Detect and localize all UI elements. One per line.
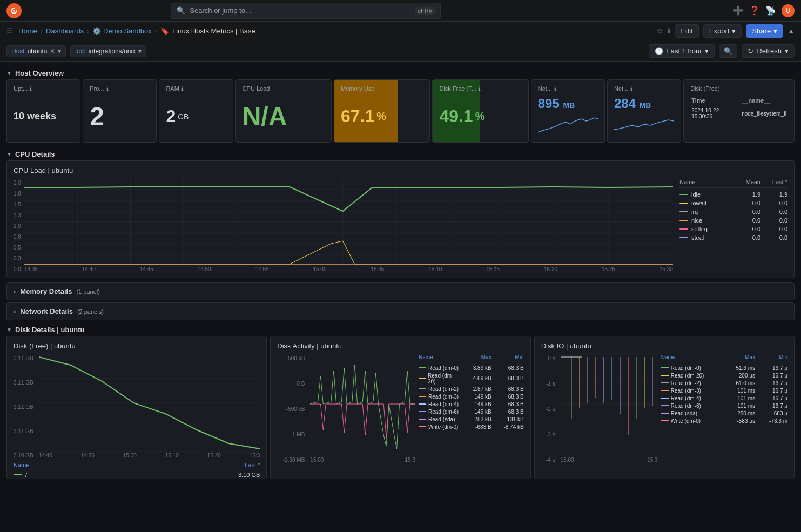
cpu-chart-title: CPU Load | ubuntu xyxy=(14,166,787,174)
dio-row-6[interactable]: Read (dm-6) 101 ms 16.7 μ xyxy=(661,402,787,409)
network-details-row[interactable]: › Network Details (2 panels) xyxy=(6,302,795,320)
dashboard-content: ▼ Host Overview Upt... ℹ 10 weeks Pro...… xyxy=(0,62,801,488)
legend-row-irq[interactable]: irq 0.0 0.0 xyxy=(679,207,787,216)
disk-free-legend: Name Last * / 3.10 GB xyxy=(14,462,260,479)
disk-io-title: Disk IO | ubuntu xyxy=(541,342,787,350)
add-icon[interactable]: ➕ xyxy=(733,5,744,16)
dio-row-1[interactable]: Read (dm-0) 51.6 ms 16.7 μ xyxy=(661,364,787,372)
disk-activity-y-axis: 500 kB 0 B -500 kB -1 MB -1.50 MB xyxy=(277,354,307,463)
network-sub-label: (2 panels) xyxy=(77,308,104,315)
legend-row-nice[interactable]: nice 0.0 0.0 xyxy=(679,216,787,225)
processes-info-icon[interactable]: ℹ xyxy=(106,86,109,92)
news-icon[interactable]: 📡 xyxy=(765,5,776,16)
disk-free-bottom-panel: Disk (Free) | ubuntu 3.11 GB 3.11 GB 3.1… xyxy=(6,336,267,479)
dio-row-8[interactable]: Write (dm-0) -583 μs -73.3 m xyxy=(661,417,787,425)
hamburger-icon[interactable]: ☰ xyxy=(6,27,13,35)
job-filter-chevron[interactable]: ▾ xyxy=(138,48,142,55)
da-row-5[interactable]: Read (dm-4) 149 kB 68.3 B xyxy=(419,400,524,408)
da-row-4[interactable]: Read (dm-3) 149 kB 68.3 B xyxy=(419,393,524,400)
cpu-y-axis: 2.0 1.8 1.5 1.3 1.0 0.8 0.5 0.3 0.0 xyxy=(14,179,24,272)
net-out-info-icon[interactable]: ℹ xyxy=(630,86,632,92)
ram-info-icon[interactable]: ℹ xyxy=(181,86,184,92)
legend-row-idle[interactable]: idle 1.9 1.9 xyxy=(679,190,787,199)
cpu-legend-header: Name Mean Last * xyxy=(679,179,787,188)
search-bar[interactable]: 🔍 Search or jump to... ctrl+k xyxy=(171,3,441,19)
refresh-icon: ↻ xyxy=(748,47,753,55)
refresh-chevron: ▾ xyxy=(785,47,789,55)
da-row-6[interactable]: Read (dm-6) 149 kB 68.3 B xyxy=(419,408,524,415)
refresh-button[interactable]: ↻ Refresh ▾ xyxy=(742,44,795,58)
net-in-info-icon[interactable]: ℹ xyxy=(554,86,556,92)
dio-row-7[interactable]: Read (sda) 250 ms 683 μ xyxy=(661,409,787,417)
breadcrumb-sandbox[interactable]: ⚙️ Demo Sandbox xyxy=(92,27,151,35)
memory-sub-label: (1 panel) xyxy=(76,288,99,295)
time-chevron: ▾ xyxy=(705,47,709,55)
share-button[interactable]: Share ▾ xyxy=(746,24,783,38)
time-controls: 🕐 Last 1 hour ▾ 🔍 ↻ Refresh ▾ xyxy=(649,44,795,58)
legend-row-iowait[interactable]: iowait 0.0 0.0 xyxy=(679,199,787,207)
dio-row-4[interactable]: Read (dm-3) 101 ms 16.7 μ xyxy=(661,387,787,394)
collapse-icon[interactable]: ▲ xyxy=(787,27,795,35)
breadcrumb-dashboards[interactable]: Dashboards xyxy=(46,27,84,35)
disk-free-title: Disk Free (T... ℹ xyxy=(439,85,521,92)
export-button[interactable]: Export ▾ xyxy=(703,24,742,38)
cpu-chart-panel: CPU Load | ubuntu 2.0 1.8 1.5 1.3 1.0 0.… xyxy=(6,160,795,278)
uptime-value: 10 weeks xyxy=(14,96,73,137)
memory-use-panel: Memory Use 67.1% xyxy=(334,79,430,143)
refresh-label: Refresh xyxy=(757,47,782,55)
legend-mean-col: Mean xyxy=(733,179,760,185)
disk-free-legend-row[interactable]: / 3.10 GB xyxy=(14,470,260,479)
info-icon[interactable]: ℹ xyxy=(668,27,670,35)
help-icon[interactable]: ❓ xyxy=(749,5,760,16)
host-filter[interactable]: Host ubuntu ✕ ▾ xyxy=(6,45,66,57)
host-filter-close[interactable]: ✕ xyxy=(50,48,55,55)
disk-activity-x-axis: 15:00 15:3 xyxy=(310,456,415,463)
filter-bar: Host ubuntu ✕ ▾ Job integrations/unix ▾ … xyxy=(0,41,801,62)
host-filter-chevron[interactable]: ▾ xyxy=(58,48,61,55)
breadcrumb-actions: ☆ ℹ Edit Export ▾ Share ▾ ▲ xyxy=(657,24,795,38)
job-filter[interactable]: Job integrations/unix ▾ xyxy=(70,45,146,57)
star-icon[interactable]: ☆ xyxy=(657,27,663,35)
time-range-button[interactable]: 🕐 Last 1 hour ▾ xyxy=(649,44,715,58)
da-row-7[interactable]: Read (sda) 283 kB 131 kB xyxy=(419,415,524,423)
breadcrumb-sep2: › xyxy=(87,27,89,35)
nice-color xyxy=(679,220,688,221)
cpu-details-chevron: ▼ xyxy=(6,151,12,157)
cpu-load-title: CPU Load xyxy=(243,85,325,92)
breadcrumb-sep1: › xyxy=(41,27,43,35)
disk-free-info-icon[interactable]: ℹ xyxy=(479,86,481,92)
zoom-button[interactable]: 🔍 xyxy=(719,44,737,58)
processes-value: 2 xyxy=(90,96,150,137)
breadcrumb-home[interactable]: Home xyxy=(18,27,37,35)
legend-row-steal[interactable]: steal 0.0 0.0 xyxy=(679,233,787,242)
uptime-info-icon[interactable]: ℹ xyxy=(30,86,32,92)
host-overview-section-header[interactable]: ▼ Host Overview xyxy=(6,66,795,79)
profile-icon[interactable]: U xyxy=(782,4,795,17)
da-row-3[interactable]: Read (dm-2) 2.87 kB 68.3 B xyxy=(419,385,524,393)
cpu-details-section-header[interactable]: ▼ CPU Details xyxy=(6,147,795,160)
disk-table-row1-time: 2024-10-22 15:30:36 xyxy=(691,107,741,120)
disk-details-chevron: ▼ xyxy=(6,327,12,333)
disk-details-section-header[interactable]: ▼ Disk Details | ubuntu xyxy=(6,322,795,336)
cpu-load-value: N/A xyxy=(243,96,325,137)
memory-details-row[interactable]: › Memory Details (1 panel) xyxy=(6,282,795,300)
dio-row-5[interactable]: Read (dm-4) 101 ms 16.7 μ xyxy=(661,394,787,402)
da-row-8[interactable]: Write (dm-0) -683 B -8.74 kB xyxy=(419,423,524,430)
host-overview-chevron: ▼ xyxy=(6,70,12,76)
disk-free-bottom-title: Disk (Free) | ubuntu xyxy=(14,342,260,350)
host-filter-label: Host xyxy=(11,48,25,55)
da-row-1[interactable]: Read (dm-0) 3.89 kB 68.3 B xyxy=(419,364,524,372)
legend-row-softirq[interactable]: softirq 0.0 0.0 xyxy=(679,225,787,233)
disk-free-y-axis: 3.11 GB 3.11 GB 3.11 GB 3.11 GB 3.10 GB xyxy=(14,354,36,459)
da-row-2[interactable]: Read (dm-20) 4.69 kB 68.3 B xyxy=(419,372,524,385)
disk-activity-svg xyxy=(310,354,415,454)
dio-row-2[interactable]: Read (dm-20) 200 μs 16.7 μ xyxy=(661,372,787,379)
disk-details-title: Disk Details | ubuntu xyxy=(15,326,85,334)
edit-button[interactable]: Edit xyxy=(675,24,698,38)
grafana-logo[interactable] xyxy=(6,3,22,18)
net-in-panel: Net... ℹ 895 MB xyxy=(531,79,605,143)
dio-row-3[interactable]: Read (dm-2) 61.0 ms 16.7 μ xyxy=(661,379,787,387)
host-filter-value: ubuntu xyxy=(28,48,48,55)
net-in-title: Net... ℹ xyxy=(538,85,598,92)
time-range-label: Last 1 hour xyxy=(667,47,702,55)
